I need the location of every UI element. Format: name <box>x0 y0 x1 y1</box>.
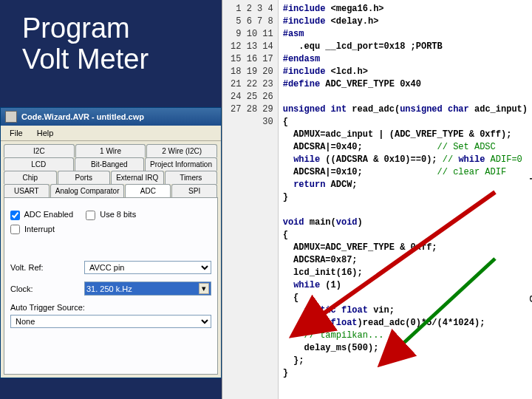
window-titlebar: Code.Wizard.AVR - untitled.cwp <box>1 108 221 126</box>
tab-2wire[interactable]: 2 Wire (I2C) <box>146 144 217 157</box>
tab-analogcomp[interactable]: Analog Comparator <box>50 184 125 197</box>
dropdown-arrow-icon: ▾ <box>199 283 209 294</box>
use8bits-checkbox[interactable]: Use 8 bits <box>86 210 136 219</box>
codewizard-window: Code.Wizard.AVR - untitled.cwp File Help… <box>0 107 222 378</box>
tab-ports[interactable]: Ports <box>58 171 111 184</box>
tab-lcd[interactable]: LCD <box>4 157 74 171</box>
autotrigger-select[interactable]: None <box>10 315 211 328</box>
app-icon <box>5 111 17 123</box>
tab-i2c[interactable]: I2C <box>4 144 75 157</box>
clock-label: Clock: <box>10 284 84 293</box>
interrupt-label: Interrupt <box>24 225 55 233</box>
clock-select[interactable]: 31. 250 k.Hz ▾ <box>84 282 211 296</box>
tab-chip[interactable]: Chip <box>4 171 57 184</box>
slide-title: ProgramVolt Meter <box>22 13 149 75</box>
tab-projectinfo[interactable]: Project Information <box>145 157 217 171</box>
menu-help[interactable]: Help <box>31 127 60 139</box>
vref-label: Volt. Ref: <box>10 263 84 272</box>
menu-file[interactable]: File <box>4 127 29 139</box>
tab-spi[interactable]: SPI <box>171 184 217 197</box>
adc-panel: ADC Enabled Use 8 bits Interrupt Volt. R… <box>4 197 218 375</box>
tab-bitbanged[interactable]: Bit-Banged <box>75 157 145 171</box>
interrupt-checkbox[interactable]: Interrupt <box>10 225 55 233</box>
code-editor: 1 2 3 4 5 6 7 8 9 10 11 12 13 14 15 16 1… <box>222 0 532 399</box>
tab-1wire[interactable]: 1 Wire <box>75 144 146 157</box>
use8bits-label: Use 8 bits <box>100 210 136 219</box>
adc-enabled-checkbox[interactable]: ADC Enabled <box>10 210 75 219</box>
tab-usart[interactable]: USART <box>4 184 50 197</box>
side-annotation: Semua secara manual Agar lebih mudah <box>528 177 532 303</box>
window-title: Code.Wizard.AVR - untitled.cwp <box>21 112 144 121</box>
autotrigger-label: Auto Trigger Source: <box>10 303 211 312</box>
tab-adc[interactable]: ADC <box>125 184 171 197</box>
adc-enabled-label: ADC Enabled <box>24 210 73 219</box>
tab-timers[interactable]: Timers <box>165 171 218 184</box>
code-content: #include <mega16.h> #include <delay.h> #… <box>279 0 532 399</box>
annotation-line1: Semua secara manual <box>528 177 532 303</box>
clock-value: 31. 250 k.Hz <box>86 284 132 293</box>
tab-extirq[interactable]: External IRQ <box>111 171 164 184</box>
menubar: File Help <box>1 126 221 141</box>
vref-select[interactable]: AVCC pin <box>84 261 211 274</box>
line-gutter: 1 2 3 4 5 6 7 8 9 10 11 12 13 14 15 16 1… <box>222 0 279 399</box>
